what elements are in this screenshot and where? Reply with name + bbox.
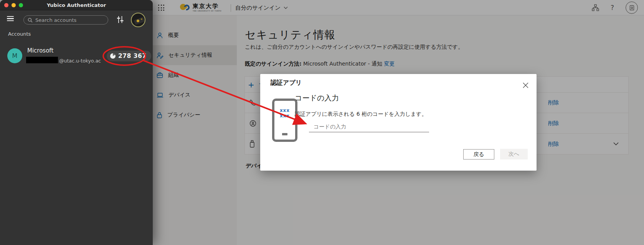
- dialog-heading: コードの入力: [295, 93, 339, 103]
- next-button[interactable]: 次へ: [500, 149, 528, 159]
- yubico-titlebar: Yubico Authenticator: [0, 0, 153, 10]
- search-input[interactable]: [35, 17, 99, 23]
- zoom-window-button[interactable]: [19, 3, 23, 7]
- dialog-description: 認証アプリに表示される 6 桁のコードを入力します。: [295, 111, 427, 118]
- phone-home-button: [282, 133, 287, 135]
- search-icon: [28, 18, 33, 23]
- phone-illustration: xxx xxx: [272, 99, 297, 142]
- minimize-window-button[interactable]: [12, 3, 16, 7]
- search-box[interactable]: [23, 15, 108, 25]
- close-window-button[interactable]: [4, 3, 8, 7]
- redacted-username: [26, 57, 58, 63]
- account-domain: @utac.u-tokyo.ac: [59, 58, 101, 64]
- screenshot-canvas: 東京大学 THE UNIVERSITY OF TOKYO 自分のサインイン ?: [0, 0, 644, 245]
- otp-code: 278 367: [118, 53, 147, 59]
- accounts-section-label: Accounts: [8, 31, 31, 37]
- close-icon[interactable]: [520, 80, 530, 90]
- authenticator-app-dialog: 認証アプリ xxx xxx コードの入力 認証アプリに表示される 6 桁のコード…: [260, 74, 537, 171]
- phone-code-placeholder: xxx xxx: [274, 108, 295, 118]
- account-row-microsoft[interactable]: M Microsoft @utac.u-tokyo.ac 278 367: [0, 44, 153, 68]
- account-avatar: M: [7, 48, 22, 63]
- account-name: Microsoft: [27, 47, 53, 54]
- hamburger-icon[interactable]: [7, 16, 14, 21]
- dialog-title: 認証アプリ: [271, 79, 302, 87]
- window-title: Yubico Authenticator: [47, 2, 106, 8]
- timer-pie-icon: [110, 53, 116, 59]
- otp-code-pill[interactable]: 278 367: [107, 51, 151, 61]
- yubico-authenticator-window: Yubico Authenticator Accounts M Microsof…: [0, 0, 153, 245]
- yubikey-avatar[interactable]: [131, 13, 145, 27]
- sliders-icon[interactable]: [116, 16, 124, 23]
- back-button[interactable]: 戻る: [463, 149, 494, 159]
- code-input[interactable]: [309, 122, 429, 132]
